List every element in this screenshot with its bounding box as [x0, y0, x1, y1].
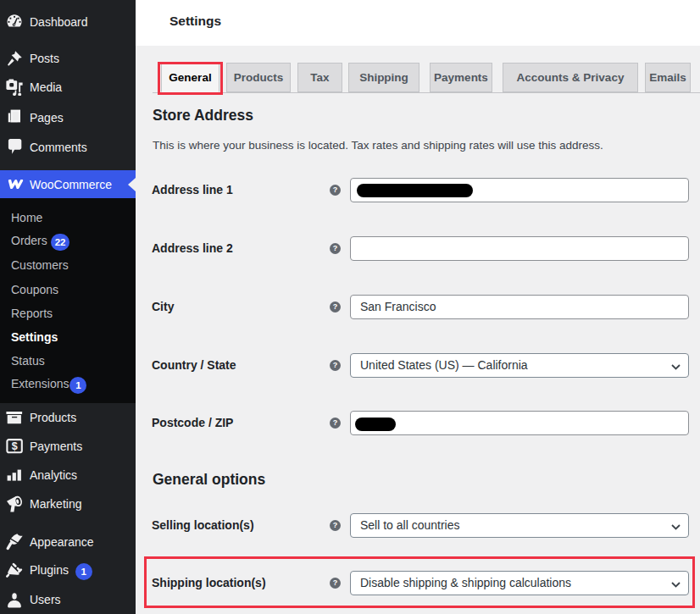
svg-text:$: $: [12, 440, 18, 452]
